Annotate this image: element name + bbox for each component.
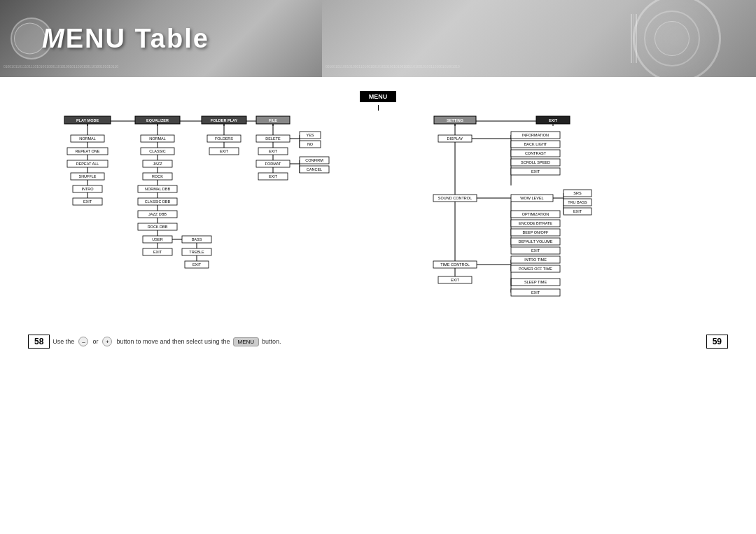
note-container: 58 Use the – or + button to move and the… [28, 335, 281, 349]
svg-text:SCROLL SPEED: SCROLL SPEED [521, 160, 550, 164]
svg-text:EXIT: EXIT [269, 174, 278, 178]
svg-text:JAZZ DBB: JAZZ DBB [148, 212, 167, 216]
svg-text:EXIT: EXIT [269, 149, 278, 153]
svg-text:ROCK DBB: ROCK DBB [148, 225, 168, 229]
svg-text:TRU BASS: TRU BASS [568, 200, 587, 204]
svg-text:CONFIRM: CONFIRM [305, 158, 323, 162]
page-number-right: 59 [706, 335, 728, 349]
header-right: 0010010110010100011010010010101010010100… [322, 0, 756, 77]
note-end: button. [262, 338, 281, 345]
svg-text:SLEEP TIME: SLEEP TIME [524, 280, 547, 284]
plus-btn: + [102, 337, 112, 346]
page-title: MENU Table [42, 24, 209, 54]
svg-text:CONTRAST: CONTRAST [525, 151, 547, 155]
svg-text:EXIT: EXIT [153, 250, 162, 254]
note-middle: button to move and then select using the [116, 338, 230, 345]
menu-pill: MENU [233, 337, 260, 346]
svg-text:REPEAT ALL: REPEAT ALL [76, 162, 99, 166]
note-or: or [92, 338, 98, 345]
svg-text:SRS: SRS [573, 191, 582, 195]
svg-text:USER: USER [152, 237, 162, 241]
svg-text:BEEP ON/OFF: BEEP ON/OFF [523, 230, 550, 234]
main-content: MENU PLAY MODE NORMAL REPEAT ONE [0, 77, 756, 363]
menu-diagram-svg: PLAY MODE NORMAL REPEAT ONE REPEAT ALL S… [21, 111, 735, 328]
svg-text:DEFAULT VOLUME: DEFAULT VOLUME [518, 239, 552, 244]
header-left: MENU Table 01001011011101110101001000110… [0, 0, 322, 77]
svg-text:REPEAT ONE: REPEAT ONE [76, 149, 100, 153]
svg-text:OPTIMIZATION: OPTIMIZATION [522, 212, 550, 216]
svg-text:FORMAT: FORMAT [265, 162, 281, 166]
title-m: M [42, 24, 66, 53]
menu-root-label: MENU [360, 91, 397, 102]
svg-text:EXIT: EXIT [192, 262, 202, 267]
svg-text:SOUND CONTROL: SOUND CONTROL [438, 196, 472, 200]
svg-text:EXIT: EXIT [573, 209, 582, 213]
minus-btn: – [78, 337, 88, 346]
svg-text:SHUFFLE: SHUFFLE [78, 174, 96, 178]
svg-text:NORMAL: NORMAL [79, 136, 96, 141]
svg-text:INTRO: INTRO [81, 187, 94, 191]
svg-text:WOW LEVEL: WOW LEVEL [520, 196, 543, 200]
svg-text:ROCK: ROCK [152, 174, 163, 178]
svg-text:INFORMATION: INFORMATION [522, 133, 549, 137]
note-text: Use the [52, 338, 74, 345]
svg-text:INTRO TIME: INTRO TIME [524, 258, 547, 262]
svg-text:NO: NO [307, 142, 314, 146]
svg-text:ENCODE BITRATE: ENCODE BITRATE [519, 221, 552, 225]
svg-text:NORMAL DBB: NORMAL DBB [145, 187, 170, 191]
svg-text:EXIT: EXIT [549, 118, 558, 122]
svg-text:CLASSIC: CLASSIC [149, 149, 166, 153]
svg-text:EXIT: EXIT [531, 290, 540, 295]
svg-text:TIME CONTROL: TIME CONTROL [440, 262, 470, 267]
svg-text:TREBLE: TREBLE [189, 250, 204, 254]
page-number-left: 58 [28, 335, 50, 349]
diagram-area: PLAY MODE NORMAL REPEAT ONE REPEAT ALL S… [21, 111, 735, 328]
svg-text:EQUALIZER: EQUALIZER [146, 118, 169, 122]
bottom-bar: 58 Use the – or + button to move and the… [21, 335, 735, 349]
title-rest: ENU Table [66, 24, 209, 53]
svg-text:EXIT: EXIT [531, 169, 540, 174]
svg-text:BASS: BASS [192, 237, 202, 241]
svg-text:FILE: FILE [269, 118, 277, 122]
menu-root-line [21, 105, 735, 111]
svg-text:BACK LIGHT: BACK LIGHT [524, 142, 547, 146]
svg-text:CANCEL: CANCEL [307, 167, 322, 171]
svg-text:SETTING: SETTING [447, 118, 463, 122]
menu-root-container: MENU [21, 91, 735, 102]
svg-text:POWER OFF TIME: POWER OFF TIME [519, 267, 552, 271]
header: MENU Table 01001011011101110101001000110… [0, 0, 756, 77]
svg-text:NORMAL: NORMAL [149, 136, 166, 141]
svg-text:EXIT: EXIT [451, 278, 460, 282]
svg-text:EXIT: EXIT [83, 199, 92, 204]
svg-text:DISPLAY: DISPLAY [447, 136, 463, 141]
svg-text:EXIT: EXIT [220, 149, 229, 153]
svg-text:JAZZ: JAZZ [153, 162, 162, 166]
svg-text:YES: YES [306, 133, 314, 137]
svg-text:FOLDER PLAY: FOLDER PLAY [211, 118, 238, 122]
svg-text:CLASSIC DBB: CLASSIC DBB [145, 199, 171, 204]
svg-text:EXIT: EXIT [531, 248, 540, 253]
svg-text:PLAY MODE: PLAY MODE [76, 118, 99, 122]
svg-text:DELETE: DELETE [265, 136, 281, 141]
svg-text:FOLDERS: FOLDERS [215, 136, 233, 141]
